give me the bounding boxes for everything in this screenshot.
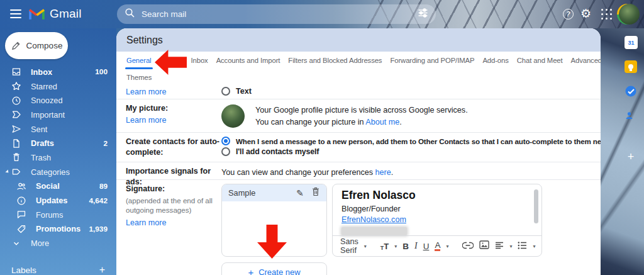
chevron-down-icon[interactable]: ▾: [446, 244, 448, 249]
description-line2: You can change your picture in: [255, 118, 365, 126]
tune-icon[interactable]: [418, 8, 428, 21]
sidebar-item-important[interactable]: Important: [0, 108, 116, 122]
description-period: .: [399, 118, 402, 126]
align-icon[interactable]: [495, 240, 504, 252]
insert-link-icon[interactable]: [462, 240, 474, 252]
learn-more-link[interactable]: Learn more: [126, 218, 166, 227]
sidebar-item-snoozed[interactable]: Snoozed: [0, 93, 116, 108]
chevron-down-icon[interactable]: ▾: [364, 244, 367, 249]
sidebar-item-drafts[interactable]: Drafts 2: [0, 136, 116, 150]
trash-icon: [11, 152, 21, 162]
tab-add-ons[interactable]: Add-ons: [482, 57, 508, 69]
tasks-icon[interactable]: [625, 85, 637, 100]
tab-inbox[interactable]: Inbox: [191, 57, 208, 69]
profile-picture-thumbnail[interactable]: [221, 104, 245, 128]
tab-general[interactable]: General: [126, 57, 152, 69]
settings-header: Settings: [116, 28, 601, 52]
learn-more-link[interactable]: Learn more: [126, 87, 166, 96]
promotions-tag-icon: [16, 224, 26, 234]
editor-toolbar: Sans Serif ▾ TT ▾ B I U A ▾: [333, 235, 541, 256]
sidebar-item-categories[interactable]: Categories: [0, 165, 116, 179]
gmail-m-icon: [29, 8, 45, 20]
calendar-icon[interactable]: 31: [625, 36, 638, 49]
my-picture-label: My picture:: [126, 103, 221, 114]
about-me-link[interactable]: About me: [365, 118, 399, 126]
font-select[interactable]: Sans Serif: [340, 237, 358, 255]
add-label-icon[interactable]: +: [99, 264, 105, 275]
sidebar-item-inbox[interactable]: Inbox 100: [0, 65, 116, 79]
search-input[interactable]: Search mail: [142, 9, 411, 19]
delete-signature-icon[interactable]: [311, 187, 320, 199]
here-link[interactable]: here: [375, 168, 391, 177]
search-icon[interactable]: [125, 8, 135, 21]
draft-icon: [11, 138, 21, 149]
create-contacts-label: Create contacts for auto-complete:: [126, 137, 221, 158]
item-label: More: [31, 239, 108, 248]
sidebar-item-promotions[interactable]: Promotions 1,939: [0, 222, 116, 237]
item-count: 4,642: [89, 196, 108, 205]
more-options-icon[interactable]: ▾: [533, 244, 535, 249]
signature-list-item[interactable]: Sample ✎: [222, 184, 326, 201]
font-size-button[interactable]: TT: [380, 242, 389, 251]
edit-signature-icon[interactable]: ✎: [296, 188, 304, 198]
bold-button[interactable]: B: [402, 242, 409, 251]
pencil-icon: [11, 41, 21, 51]
italic-button[interactable]: I: [414, 241, 418, 251]
sidebar-item-sent[interactable]: Sent: [0, 122, 116, 137]
auto-add-contacts-radio[interactable]: [221, 137, 230, 145]
avatar-photo: [619, 4, 640, 25]
sidebar-item-forums[interactable]: Forums: [0, 208, 116, 222]
signature-editor[interactable]: Efren Nolasco Blogger/Founder EfrenNolas…: [332, 184, 542, 257]
gmail-logo[interactable]: Gmail: [29, 7, 82, 21]
tab-chat-and-meet[interactable]: Chat and Meet: [517, 57, 563, 69]
help-icon[interactable]: ?: [563, 9, 574, 20]
apps-grid-icon[interactable]: [601, 9, 613, 20]
signature-editor-website-link[interactable]: EfrenNolasco.com: [341, 215, 406, 224]
sidebar-item-trash[interactable]: Trash: [0, 150, 116, 165]
text-color-button[interactable]: A: [435, 241, 440, 252]
settings-tabs: General Inbox Accounts and Import Filter…: [116, 52, 601, 69]
tab-themes[interactable]: Themes: [126, 74, 152, 81]
list-icon[interactable]: [518, 240, 527, 252]
sidebar-item-updates[interactable]: Updates 4,642: [0, 193, 116, 208]
create-new-signature-button[interactable]: + Create new: [221, 262, 327, 275]
item-label: Snoozed: [31, 96, 108, 105]
chevron-down-icon[interactable]: ▾: [509, 244, 512, 249]
tab-filters-and-blocked-addresses[interactable]: Filters and Blocked Addresses: [288, 57, 382, 69]
side-panel-add-icon[interactable]: +: [625, 150, 637, 164]
send-icon: [11, 124, 21, 134]
expand-caret-icon[interactable]: [5, 170, 9, 174]
settings-tabs-row2: Themes: [116, 69, 601, 84]
contacts-icon[interactable]: [625, 111, 634, 123]
chevron-down-icon[interactable]: ▾: [394, 244, 397, 249]
topbar: Gmail Search mail ? ⚙: [0, 0, 644, 28]
sidebar-item-social[interactable]: Social 89: [0, 179, 116, 194]
info-icon: [16, 196, 26, 206]
manual-contacts-radio[interactable]: [221, 147, 230, 156]
settings-gear-icon[interactable]: ⚙: [580, 7, 591, 21]
signature-editor-name: Efren Nolasco: [341, 189, 416, 202]
editor-scrollbar[interactable]: [534, 189, 538, 223]
star-icon: [11, 81, 21, 91]
learn-more-link[interactable]: Learn more: [126, 116, 166, 125]
people-icon: [16, 181, 26, 191]
sidebar-item-more[interactable]: More: [0, 236, 116, 250]
profile-avatar[interactable]: [617, 4, 638, 25]
keep-icon[interactable]: [625, 60, 637, 73]
redacted-text-block: [341, 227, 407, 235]
tab-advanced[interactable]: Advanced: [571, 57, 601, 69]
text-radio[interactable]: [221, 87, 230, 96]
tab-accounts-and-import[interactable]: Accounts and Import: [216, 57, 280, 69]
item-label: Updates: [36, 196, 89, 205]
compose-button[interactable]: Compose: [5, 32, 68, 59]
sidebar-item-starred[interactable]: Starred: [0, 79, 116, 94]
my-picture-description: Your Google profile picture is visible a…: [255, 103, 468, 128]
underline-button[interactable]: U: [423, 242, 430, 251]
tab-forwarding-and-pop-imap[interactable]: Forwarding and POP/IMAP: [390, 57, 474, 69]
labels-title: Labels: [11, 266, 99, 275]
menu-icon[interactable]: [10, 9, 21, 18]
insert-image-icon[interactable]: [479, 240, 489, 252]
chevron-down-icon: [11, 239, 21, 249]
question-glyph: ?: [566, 11, 570, 18]
search-bar[interactable]: Search mail: [117, 4, 436, 24]
